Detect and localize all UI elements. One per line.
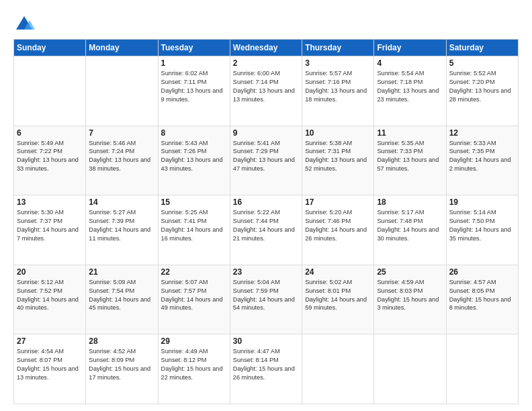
calendar-cell: 12Sunrise: 5:33 AM Sunset: 7:35 PM Dayli… [446, 126, 518, 195]
day-number: 18 [377, 197, 443, 207]
calendar-cell [86, 56, 158, 126]
calendar-cell: 22Sunrise: 5:07 AM Sunset: 7:57 PM Dayli… [158, 265, 230, 334]
calendar-cell: 24Sunrise: 5:02 AM Sunset: 8:01 PM Dayli… [302, 265, 374, 334]
calendar-cell: 1Sunrise: 6:02 AM Sunset: 7:11 PM Daylig… [158, 56, 230, 126]
day-info: Sunrise: 6:00 AM Sunset: 7:14 PM Dayligh… [233, 69, 299, 104]
day-info: Sunrise: 5:04 AM Sunset: 7:59 PM Dayligh… [233, 278, 299, 313]
day-info: Sunrise: 5:12 AM Sunset: 7:52 PM Dayligh… [17, 278, 83, 313]
day-info: Sunrise: 5:22 AM Sunset: 7:44 PM Dayligh… [233, 208, 299, 243]
day-info: Sunrise: 5:17 AM Sunset: 7:48 PM Dayligh… [377, 208, 443, 243]
day-number: 5 [449, 58, 515, 68]
day-number: 6 [17, 128, 83, 138]
day-info: Sunrise: 4:54 AM Sunset: 8:07 PM Dayligh… [17, 347, 83, 382]
calendar-week-row-4: 27Sunrise: 4:54 AM Sunset: 8:07 PM Dayli… [14, 334, 519, 404]
day-info: Sunrise: 5:49 AM Sunset: 7:22 PM Dayligh… [17, 139, 83, 174]
calendar-cell: 6Sunrise: 5:49 AM Sunset: 7:22 PM Daylig… [14, 126, 86, 195]
day-info: Sunrise: 5:46 AM Sunset: 7:24 PM Dayligh… [89, 139, 154, 174]
day-info: Sunrise: 5:43 AM Sunset: 7:26 PM Dayligh… [161, 139, 227, 174]
day-number: 20 [17, 267, 83, 277]
day-info: Sunrise: 5:02 AM Sunset: 8:01 PM Dayligh… [305, 278, 371, 313]
calendar-cell: 30Sunrise: 4:47 AM Sunset: 8:14 PM Dayli… [230, 334, 302, 404]
day-info: Sunrise: 5:33 AM Sunset: 7:35 PM Dayligh… [449, 139, 515, 174]
logo-icon [13, 11, 35, 32]
calendar-cell: 26Sunrise: 4:57 AM Sunset: 8:05 PM Dayli… [446, 265, 518, 334]
calendar-week-row-3: 20Sunrise: 5:12 AM Sunset: 7:52 PM Dayli… [14, 265, 519, 334]
day-number: 12 [449, 128, 515, 138]
calendar-cell: 16Sunrise: 5:22 AM Sunset: 7:44 PM Dayli… [230, 195, 302, 265]
day-number: 17 [305, 197, 371, 207]
calendar-table: SundayMondayTuesdayWednesdayThursdayFrid… [13, 39, 519, 404]
calendar-cell: 11Sunrise: 5:35 AM Sunset: 7:33 PM Dayli… [374, 126, 446, 195]
calendar-cell: 9Sunrise: 5:41 AM Sunset: 7:29 PM Daylig… [230, 126, 302, 195]
day-number: 27 [17, 336, 83, 346]
day-number: 16 [233, 197, 299, 207]
day-number: 24 [305, 267, 371, 277]
calendar-cell: 2Sunrise: 6:00 AM Sunset: 7:14 PM Daylig… [230, 56, 302, 126]
day-number: 7 [89, 128, 154, 138]
calendar-cell [374, 334, 446, 404]
calendar-cell: 29Sunrise: 4:49 AM Sunset: 8:12 PM Dayli… [158, 334, 230, 404]
calendar-header-saturday: Saturday [446, 40, 518, 56]
calendar-cell: 28Sunrise: 4:52 AM Sunset: 8:09 PM Dayli… [86, 334, 158, 404]
day-number: 9 [233, 128, 299, 138]
calendar-cell: 19Sunrise: 5:14 AM Sunset: 7:50 PM Dayli… [446, 195, 518, 265]
day-info: Sunrise: 5:35 AM Sunset: 7:33 PM Dayligh… [377, 139, 443, 174]
day-number: 2 [233, 58, 299, 68]
day-number: 21 [89, 267, 154, 277]
day-number: 3 [305, 58, 371, 68]
calendar-cell: 21Sunrise: 5:09 AM Sunset: 7:54 PM Dayli… [86, 265, 158, 334]
day-number: 14 [89, 197, 154, 207]
day-info: Sunrise: 4:49 AM Sunset: 8:12 PM Dayligh… [161, 347, 227, 382]
calendar-cell [302, 334, 374, 404]
day-info: Sunrise: 5:20 AM Sunset: 7:46 PM Dayligh… [305, 208, 371, 243]
day-info: Sunrise: 5:54 AM Sunset: 7:18 PM Dayligh… [377, 69, 443, 104]
day-info: Sunrise: 5:57 AM Sunset: 7:16 PM Dayligh… [305, 69, 371, 104]
calendar-cell: 14Sunrise: 5:27 AM Sunset: 7:39 PM Dayli… [86, 195, 158, 265]
day-number: 22 [161, 267, 227, 277]
day-info: Sunrise: 5:38 AM Sunset: 7:31 PM Dayligh… [305, 139, 371, 174]
day-number: 1 [161, 58, 227, 68]
calendar-header-row: SundayMondayTuesdayWednesdayThursdayFrid… [14, 40, 519, 56]
calendar-cell: 10Sunrise: 5:38 AM Sunset: 7:31 PM Dayli… [302, 126, 374, 195]
calendar-cell: 23Sunrise: 5:04 AM Sunset: 7:59 PM Dayli… [230, 265, 302, 334]
day-number: 4 [377, 58, 443, 68]
calendar-cell: 7Sunrise: 5:46 AM Sunset: 7:24 PM Daylig… [86, 126, 158, 195]
day-info: Sunrise: 5:30 AM Sunset: 7:37 PM Dayligh… [17, 208, 83, 243]
day-info: Sunrise: 4:57 AM Sunset: 8:05 PM Dayligh… [449, 278, 515, 313]
calendar-week-row-0: 1Sunrise: 6:02 AM Sunset: 7:11 PM Daylig… [14, 56, 519, 126]
calendar-cell: 17Sunrise: 5:20 AM Sunset: 7:46 PM Dayli… [302, 195, 374, 265]
logo [13, 11, 38, 32]
day-number: 28 [89, 336, 154, 346]
day-number: 11 [377, 128, 443, 138]
calendar-cell: 13Sunrise: 5:30 AM Sunset: 7:37 PM Dayli… [14, 195, 86, 265]
calendar-cell: 25Sunrise: 4:59 AM Sunset: 8:03 PM Dayli… [374, 265, 446, 334]
day-number: 30 [233, 336, 299, 346]
calendar-header-thursday: Thursday [302, 40, 374, 56]
calendar-cell [446, 334, 518, 404]
day-info: Sunrise: 4:59 AM Sunset: 8:03 PM Dayligh… [377, 278, 443, 313]
day-info: Sunrise: 5:25 AM Sunset: 7:41 PM Dayligh… [161, 208, 227, 243]
calendar-header-monday: Monday [86, 40, 158, 56]
day-info: Sunrise: 5:41 AM Sunset: 7:29 PM Dayligh… [233, 139, 299, 174]
calendar-cell [14, 56, 86, 126]
calendar-cell: 4Sunrise: 5:54 AM Sunset: 7:18 PM Daylig… [374, 56, 446, 126]
day-info: Sunrise: 6:02 AM Sunset: 7:11 PM Dayligh… [161, 69, 227, 104]
calendar-header-sunday: Sunday [14, 40, 86, 56]
day-info: Sunrise: 5:27 AM Sunset: 7:39 PM Dayligh… [89, 208, 154, 243]
day-info: Sunrise: 5:52 AM Sunset: 7:20 PM Dayligh… [449, 69, 515, 104]
day-number: 23 [233, 267, 299, 277]
day-number: 29 [161, 336, 227, 346]
calendar-cell: 15Sunrise: 5:25 AM Sunset: 7:41 PM Dayli… [158, 195, 230, 265]
day-number: 8 [161, 128, 227, 138]
calendar-week-row-1: 6Sunrise: 5:49 AM Sunset: 7:22 PM Daylig… [14, 126, 519, 195]
day-info: Sunrise: 5:07 AM Sunset: 7:57 PM Dayligh… [161, 278, 227, 313]
day-number: 19 [449, 197, 515, 207]
calendar-header-wednesday: Wednesday [230, 40, 302, 56]
calendar-cell: 20Sunrise: 5:12 AM Sunset: 7:52 PM Dayli… [14, 265, 86, 334]
calendar-cell: 3Sunrise: 5:57 AM Sunset: 7:16 PM Daylig… [302, 56, 374, 126]
header [13, 11, 519, 32]
calendar-header-friday: Friday [374, 40, 446, 56]
calendar-cell: 5Sunrise: 5:52 AM Sunset: 7:20 PM Daylig… [446, 56, 518, 126]
calendar-cell: 27Sunrise: 4:54 AM Sunset: 8:07 PM Dayli… [14, 334, 86, 404]
day-info: Sunrise: 4:52 AM Sunset: 8:09 PM Dayligh… [89, 347, 154, 382]
